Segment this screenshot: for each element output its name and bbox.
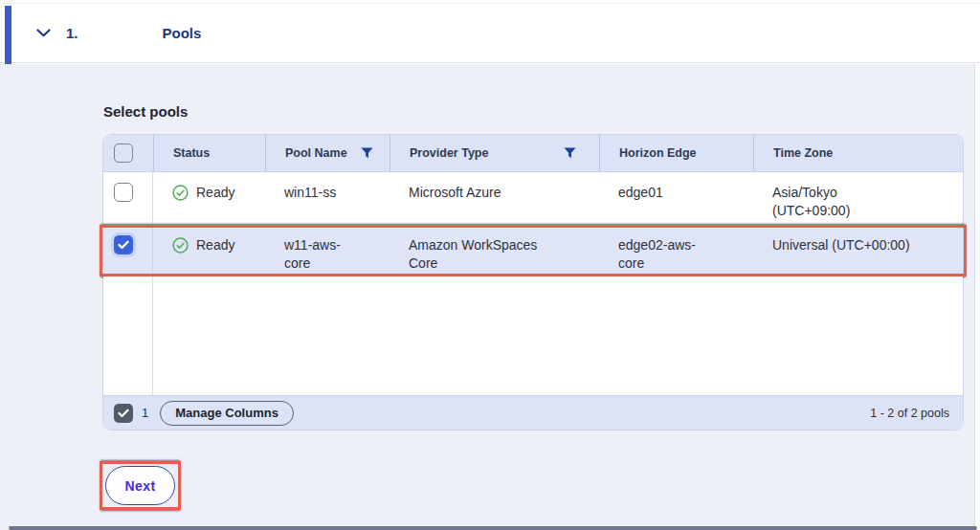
column-header-horizon-edge[interactable]: Horizon Edge (599, 135, 753, 171)
row-checkbox-checked[interactable] (114, 235, 133, 254)
column-label: Time Zone (773, 146, 833, 160)
select-pools-heading: Select pools (103, 64, 974, 120)
column-label: Pool Name (285, 146, 347, 160)
checkmark-icon (118, 409, 129, 418)
pagination-range-label: 1 - 2 of 2 pools (870, 407, 949, 420)
step-content: Select pools Status Pool Name Provider T… (0, 64, 975, 530)
next-button-annotation: Next (105, 466, 175, 505)
row-checkbox-cell (103, 172, 153, 224)
horizon-edge-cell: edge01 (599, 172, 753, 224)
filter-icon[interactable] (361, 147, 373, 159)
row-checkbox[interactable] (114, 183, 133, 202)
time-zone-cell: Asia/Tokyo (UTC+09:00) (753, 172, 963, 224)
row-checkbox-cell (103, 225, 153, 276)
column-label: Provider Type (410, 146, 488, 160)
horizon-edge-cell: edge02-aws-core (599, 225, 753, 276)
status-cell: Ready (153, 225, 265, 276)
column-header-time-zone[interactable]: Time Zone (753, 135, 963, 171)
status-ready-icon (172, 185, 189, 201)
selected-count: 1 (142, 406, 148, 420)
active-step-accent-bar (5, 6, 11, 64)
time-zone-cell: Universal (UTC+00:00) (753, 225, 963, 276)
next-button[interactable]: Next (105, 466, 175, 505)
provider-type-cell: Amazon WorkSpaces Core (390, 225, 599, 276)
window-bottom-edge (9, 526, 977, 530)
pools-table-footer: 1 Manage Columns 1 - 2 of 2 pools (103, 395, 963, 430)
manage-columns-button[interactable]: Manage Columns (160, 401, 294, 426)
step-number: 1. (66, 25, 78, 41)
column-header-status[interactable]: Status (153, 135, 265, 171)
status-text: Ready (196, 236, 234, 254)
step-title: Pools (163, 25, 202, 41)
column-label: Status (173, 146, 210, 160)
filter-icon[interactable] (564, 147, 576, 159)
select-all-checkbox[interactable] (114, 144, 133, 163)
wizard-step-pools: 1. Pools Select pools Status Pool Name (0, 0, 980, 530)
column-header-pool-name[interactable]: Pool Name (265, 135, 390, 171)
provider-type-cell: Microsoft Azure (390, 172, 599, 224)
checkmark-icon (118, 240, 129, 250)
pool-name-cell: w11-aws-core (265, 225, 390, 276)
status-ready-icon (172, 237, 189, 254)
table-row-win11-ss[interactable]: Ready win11-ss Microsoft Azure edge01 As… (103, 172, 963, 225)
status-cell: Ready (153, 172, 265, 224)
pool-name-cell: win11-ss (265, 172, 390, 224)
select-all-cell (103, 135, 153, 171)
table-row-w11-aws-core-selected[interactable]: Ready w11-aws-core Amazon WorkSpaces Cor… (103, 225, 963, 276)
pools-table-header: Status Pool Name Provider Type Horizon E… (103, 135, 963, 172)
footer-selection-checkbox[interactable] (114, 404, 133, 423)
collapse-chevron-down-icon[interactable] (36, 26, 52, 41)
table-empty-area (103, 276, 963, 395)
step-header[interactable]: 1. Pools (0, 3, 980, 63)
column-label: Horizon Edge (619, 146, 697, 160)
status-text: Ready (196, 184, 234, 202)
pools-table: Status Pool Name Provider Type Horizon E… (102, 134, 964, 431)
column-header-provider-type[interactable]: Provider Type (390, 135, 599, 171)
